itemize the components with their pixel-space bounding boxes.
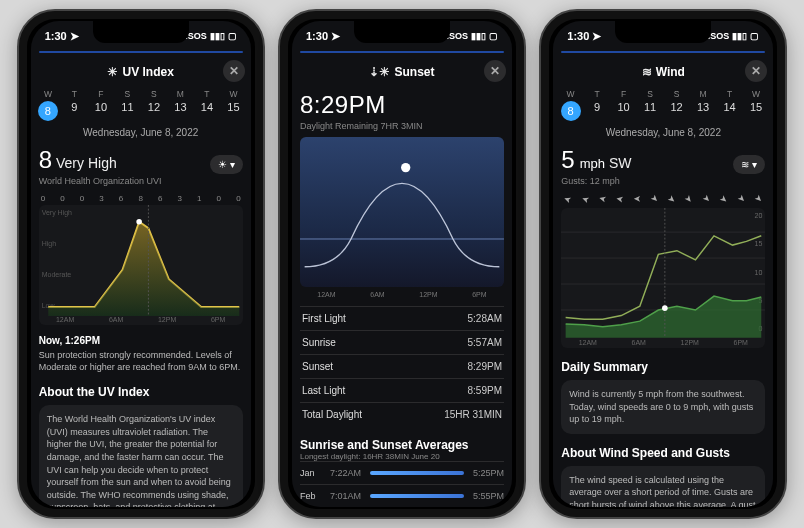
wind-arrow-icon: ➤ xyxy=(633,194,641,204)
sun-time-row: Sunrise5:57AM xyxy=(300,330,504,354)
about-title: About Wind Speed and Gusts xyxy=(561,446,765,460)
svg-point-1 xyxy=(136,219,142,225)
phone-uv: 1:30➤ ...SOS▮▮▯▢ ☀︎ UV Index ✕ W8T9F10S1… xyxy=(17,9,265,519)
close-button[interactable]: ✕ xyxy=(223,60,245,82)
close-button[interactable]: ✕ xyxy=(484,60,506,82)
status-time: 1:30 xyxy=(45,30,67,42)
uv-chart[interactable]: Very HighHighModerateLow 12AM6AM12PM6PM xyxy=(39,205,243,325)
wind-arrow-icon: ➤ xyxy=(648,193,661,206)
wind-unit: mph xyxy=(580,156,605,171)
day-column[interactable]: S12 xyxy=(142,89,166,121)
averages-title: Sunrise and Sunset Averages xyxy=(300,438,504,452)
now-time: Now, 1:26PM xyxy=(39,335,243,346)
svg-point-9 xyxy=(662,305,668,311)
sunset-icon: ⇣☀︎ xyxy=(369,65,390,79)
notch xyxy=(93,21,189,43)
sun-icon: ☀︎ xyxy=(107,65,118,79)
day-column[interactable]: W8 xyxy=(559,89,583,121)
wind-arrow-icon: ➤ xyxy=(597,193,607,205)
day-strip[interactable]: W8T9F10S11S12M13T14W15 xyxy=(553,87,773,121)
header-title: UV Index xyxy=(122,65,173,79)
sun-icon: ☀︎ xyxy=(218,159,227,170)
day-column[interactable]: S11 xyxy=(638,89,662,121)
scroll-progress xyxy=(39,51,243,53)
location-icon: ➤ xyxy=(70,30,79,43)
scroll-progress xyxy=(561,51,765,53)
sun-time-row: First Light5:28AM xyxy=(300,306,504,330)
day-column[interactable]: M13 xyxy=(168,89,192,121)
phone-wind: 1:30➤ ...SOS▮▮▯▢ ≋ Wind ✕ W8T9F10S11S12M… xyxy=(539,9,787,519)
day-column[interactable]: T14 xyxy=(195,89,219,121)
wind-direction-strip: ➤➤➤➤➤➤➤➤➤➤➤➤ xyxy=(561,194,765,204)
day-column[interactable]: F10 xyxy=(612,89,636,121)
day-column[interactable]: W15 xyxy=(221,89,245,121)
notch xyxy=(354,21,450,43)
wind-arrow-icon: ➤ xyxy=(753,193,766,206)
wind-icon: ≋ xyxy=(642,65,652,79)
wind-chart[interactable]: 20151050 12AM6AM12PM6PM xyxy=(561,208,765,348)
wind-gusts: Gusts: 12 mph xyxy=(561,176,631,186)
wind-arrow-icon: ➤ xyxy=(701,193,714,206)
header-title: Wind xyxy=(656,65,685,79)
wind-arrow-icon: ➤ xyxy=(683,193,696,206)
summary-title: Daily Summary xyxy=(561,360,765,374)
sunset-time: 8:29PM xyxy=(300,91,504,119)
metric-picker[interactable]: ≋ ▾ xyxy=(733,155,765,174)
sun-path-chart[interactable] xyxy=(300,137,504,287)
wind-arrow-icon: ➤ xyxy=(562,193,573,205)
chevron-down-icon: ▾ xyxy=(230,159,235,170)
average-row: Feb7:01AM5:55PM xyxy=(300,484,504,507)
day-column[interactable]: T9 xyxy=(62,89,86,121)
svg-point-3 xyxy=(401,163,410,172)
sun-time-row: Sunset8:29PM xyxy=(300,354,504,378)
notch xyxy=(615,21,711,43)
phone-sunset: 1:30➤ ...SOS▮▮▯▢ ⇣☀︎ Sunset ✕ 8:29PM Day… xyxy=(278,9,526,519)
day-column[interactable]: S11 xyxy=(115,89,139,121)
sun-times-list: First Light5:28AMSunrise5:57AMSunset8:29… xyxy=(300,306,504,426)
wind-x-ticks: 12AM6AM12PM6PM xyxy=(561,339,765,346)
uv-source: World Health Organization UVI xyxy=(39,176,162,186)
uv-value: 8 xyxy=(39,146,52,174)
wind-arrow-icon: ➤ xyxy=(579,193,590,205)
detail-header: ☀︎ UV Index ✕ xyxy=(31,57,251,87)
wind-value: 5 xyxy=(561,146,574,174)
about-title: About the UV Index xyxy=(39,385,243,399)
day-column[interactable]: W8 xyxy=(36,89,60,121)
metric-picker[interactable]: ☀︎ ▾ xyxy=(210,155,243,174)
close-button[interactable]: ✕ xyxy=(745,60,767,82)
detail-header: ≋ Wind ✕ xyxy=(553,57,773,87)
date-subtitle: Wednesday, June 8, 2022 xyxy=(553,127,773,138)
chevron-down-icon: ▾ xyxy=(752,159,757,170)
detail-header: ⇣☀︎ Sunset ✕ xyxy=(292,57,512,87)
scroll-progress xyxy=(300,51,504,53)
about-card: The wind speed is calculated using the a… xyxy=(561,466,765,507)
daylight-remaining: Daylight Remaining 7HR 3MIN xyxy=(300,121,504,131)
wind-icon: ≋ xyxy=(741,159,749,170)
day-strip[interactable]: W8T9F10S11S12M13T14W15 xyxy=(31,87,251,121)
day-column[interactable]: W15 xyxy=(744,89,768,121)
averages-subtitle: Longest daylight: 16HR 38MIN June 20 xyxy=(300,452,504,461)
day-column[interactable]: T9 xyxy=(585,89,609,121)
day-column[interactable]: F10 xyxy=(89,89,113,121)
average-row: Jan7:22AM5:25PM xyxy=(300,461,504,484)
wind-arrow-icon: ➤ xyxy=(735,193,748,206)
wind-arrow-icon: ➤ xyxy=(615,193,625,204)
sun-x-ticks: 12AM6AM12PM6PM xyxy=(300,291,504,298)
about-card: The World Health Organization's UV index… xyxy=(39,405,243,507)
day-column[interactable]: T14 xyxy=(718,89,742,121)
sun-time-row: Last Light8:59PM xyxy=(300,378,504,402)
day-column[interactable]: S12 xyxy=(665,89,689,121)
uv-rating: Very High xyxy=(56,155,117,171)
now-text: Sun protection strongly recommended. Lev… xyxy=(39,349,243,373)
averages-list: Jan7:22AM5:25PMFeb7:01AM5:55PMMar7:00AM6… xyxy=(300,461,504,507)
sun-time-row: Total Daylight15HR 31MIN xyxy=(300,402,504,426)
uv-hour-scale: 00036863100 xyxy=(39,194,243,203)
header-title: Sunset xyxy=(394,65,434,79)
date-subtitle: Wednesday, June 8, 2022 xyxy=(31,127,251,138)
wind-direction: SW xyxy=(609,155,632,171)
location-icon: ➤ xyxy=(331,30,340,43)
day-column[interactable]: M13 xyxy=(691,89,715,121)
summary-card: Wind is currently 5 mph from the southwe… xyxy=(561,380,765,434)
wind-arrow-icon: ➤ xyxy=(718,193,731,206)
uv-x-ticks: 12AM6AM12PM6PM xyxy=(39,316,243,323)
